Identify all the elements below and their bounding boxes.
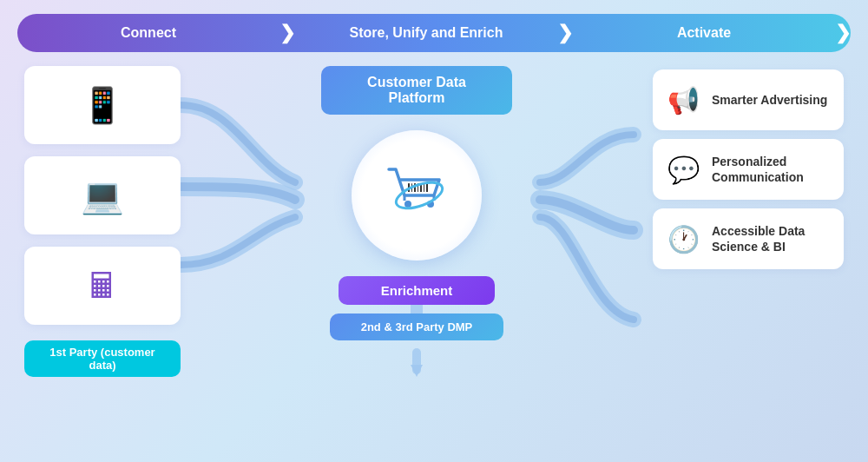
- banner-section-store: Store, Unify and Enrich: [295, 25, 557, 41]
- center-circle: [352, 130, 482, 261]
- activate-box-communication: 💬 Personalized Communication: [653, 139, 844, 200]
- banner-store-label: Store, Unify and Enrich: [350, 25, 503, 41]
- banner-arrow-3: ❯: [835, 22, 851, 44]
- activate-box-advertising: 📢 Smarter Advertising: [653, 69, 844, 130]
- svg-point-4: [404, 201, 411, 208]
- enrichment-box: Enrichment: [339, 276, 495, 305]
- cdp-box: Customer Data Platform: [321, 66, 512, 115]
- terminal-icon: 🖩: [85, 267, 120, 306]
- laptop-icon: 💻: [81, 175, 124, 216]
- cart-barcode-icon: [382, 161, 451, 230]
- datascience-icon: 🕐: [667, 224, 700, 254]
- first-party-label: 1st Party (customer data): [24, 340, 181, 377]
- dmp-box: 2nd & 3rd Party DMP: [330, 314, 503, 340]
- right-column: 📢 Smarter Advertising 💬 Personalized Com…: [653, 69, 844, 269]
- banner-arrow-1: ❯: [279, 22, 295, 44]
- banner-connect-label: Connect: [121, 25, 176, 41]
- advertising-icon: 📢: [667, 85, 700, 116]
- source-box-terminal: 🖩: [24, 247, 181, 325]
- svg-rect-12: [426, 183, 428, 192]
- center-column: Customer Data Platform: [295, 66, 538, 340]
- source-box-mobile: 📱: [24, 66, 181, 144]
- communication-icon: 💬: [667, 155, 700, 185]
- banner-activate-label: Activate: [677, 25, 731, 41]
- banner-section-connect: Connect: [17, 25, 279, 41]
- banner-arrow-2: ❯: [557, 22, 573, 44]
- banner-section-activate: Activate: [573, 25, 835, 41]
- source-box-laptop: 💻: [24, 156, 181, 234]
- datascience-label: Accessible Data Science & BI: [712, 223, 830, 254]
- advertising-label: Smarter Advertising: [712, 92, 827, 108]
- communication-label: Personalized Communication: [712, 154, 830, 185]
- left-column: 📱 💻 🖩 1st Party (customer data): [24, 66, 181, 377]
- top-banner: Connect ❯ Store, Unify and Enrich ❯ Acti…: [17, 14, 851, 52]
- mobile-icon: 📱: [81, 85, 124, 126]
- activate-box-datascience: 🕐 Accessible Data Science & BI: [653, 208, 844, 269]
- svg-marker-1: [411, 365, 423, 377]
